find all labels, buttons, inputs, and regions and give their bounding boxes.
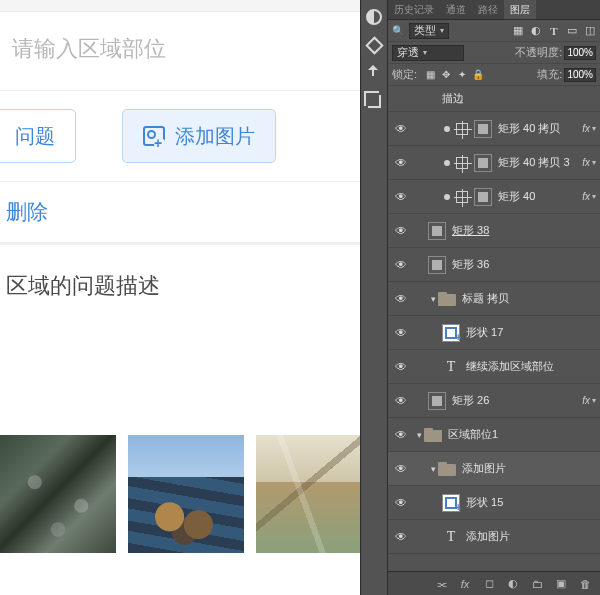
fx-icon[interactable]: fx xyxy=(458,577,472,591)
adjustment-icon[interactable]: ◐ xyxy=(506,577,520,591)
desc-heading-text: 区域的问题描述 xyxy=(6,273,160,298)
delete-link-label: 删除 xyxy=(6,200,48,223)
filter-text-icon[interactable]: T xyxy=(548,25,560,37)
tab-layers[interactable]: 图层 xyxy=(504,0,536,19)
folder-thumb-icon xyxy=(438,462,456,476)
layer-row[interactable]: 👁矩形 40fx▾ xyxy=(388,180,600,214)
mask-icon[interactable]: ◻ xyxy=(482,577,496,591)
clip-target-icon xyxy=(456,157,468,169)
filter-smart-icon[interactable]: ◫ xyxy=(584,25,596,37)
lock-position-icon[interactable]: ✥ xyxy=(440,69,452,81)
blend-mode-select[interactable]: 穿透 ▾ xyxy=(392,45,464,61)
image-thumbnail[interactable] xyxy=(256,435,372,553)
lock-row: 锁定: ▦ ✥ ✦ 🔒 填充: 100% xyxy=(388,64,600,86)
layer-group-row[interactable]: 👁▾添加图片 xyxy=(388,452,600,486)
tab-channels[interactable]: 通道 xyxy=(440,0,472,19)
layer-name: 形状 17 xyxy=(466,325,596,340)
fx-badge[interactable]: fx xyxy=(582,191,590,202)
clip-target-icon xyxy=(456,191,468,203)
mobile-mockup: 请输入区域部位 问题 添加图片 删除 区域的问题描述 xyxy=(0,0,360,595)
layer-row[interactable]: 👁矩形 36 xyxy=(388,248,600,282)
layer-row[interactable]: 👁矩形 40 拷贝fx▾ xyxy=(388,112,600,146)
layer-filter-row: 🔍 类型 ▾ ▦ ◐ T ▭ ◫ xyxy=(388,20,600,42)
problem-button[interactable]: 问题 xyxy=(0,109,76,163)
chevron-down-icon[interactable]: ▾ xyxy=(592,192,596,201)
trash-icon[interactable]: 🗑 xyxy=(578,577,592,591)
crop-icon[interactable] xyxy=(363,90,385,112)
link-dot-icon xyxy=(444,160,450,166)
search-icon[interactable]: 🔍 xyxy=(392,25,404,36)
fold-toggle-icon[interactable]: ▾ xyxy=(428,464,438,474)
visibility-eye-icon[interactable]: 👁 xyxy=(388,462,414,476)
filter-type-icons: ▦ ◐ T ▭ ◫ xyxy=(512,25,596,37)
visibility-eye-icon[interactable]: 👁 xyxy=(388,292,414,306)
image-thumbnail[interactable] xyxy=(0,435,116,553)
filter-pixel-icon[interactable]: ▦ xyxy=(512,25,524,37)
layer-row[interactable]: 👁T添加图片 xyxy=(388,520,600,554)
group-icon[interactable]: 🗀 xyxy=(530,577,544,591)
fold-toggle-icon[interactable]: ▾ xyxy=(428,294,438,304)
filter-adjust-icon[interactable]: ◐ xyxy=(530,25,542,37)
visibility-eye-icon[interactable]: 👁 xyxy=(388,530,414,544)
rotate-color-icon[interactable] xyxy=(363,34,385,56)
visibility-eye-icon[interactable]: 👁 xyxy=(388,258,414,272)
opacity-label: 不透明度: xyxy=(515,45,562,60)
blend-mode-row: 穿透 ▾ 不透明度: 100% xyxy=(388,42,600,64)
visibility-eye-icon[interactable]: 👁 xyxy=(388,224,414,238)
lock-label: 锁定: xyxy=(392,67,417,82)
layer-row[interactable]: 👁形状 17 xyxy=(388,316,600,350)
delete-link[interactable]: 删除 xyxy=(0,182,360,243)
layer-group-row[interactable]: 👁▾区域部位1 xyxy=(388,418,600,452)
layer-name: 继续添加区域部位 xyxy=(466,359,596,374)
folder-thumb-icon xyxy=(424,428,442,442)
add-image-button[interactable]: 添加图片 xyxy=(122,109,276,163)
lock-pixels-icon[interactable]: ▦ xyxy=(424,69,436,81)
icon-img-thumb-icon xyxy=(442,494,460,512)
visibility-eye-icon[interactable]: 👁 xyxy=(388,496,414,510)
layer-row[interactable]: 描边 xyxy=(388,86,600,112)
lock-all-icon[interactable]: 🔒 xyxy=(472,69,484,81)
visibility-eye-icon[interactable]: 👁 xyxy=(388,190,414,204)
image-thumbnail[interactable] xyxy=(128,435,244,553)
fill-value[interactable]: 100% xyxy=(564,68,596,82)
visibility-eye-icon[interactable]: 👁 xyxy=(388,428,414,442)
layer-row[interactable]: 👁矩形 40 拷贝 3fx▾ xyxy=(388,146,600,180)
layer-name: 添加图片 xyxy=(462,461,596,476)
chevron-down-icon[interactable]: ▾ xyxy=(592,396,596,405)
clip-target-icon xyxy=(456,123,468,135)
visibility-eye-icon[interactable]: 👁 xyxy=(388,122,414,136)
link-layers-icon[interactable]: ⫘ xyxy=(434,577,448,591)
visibility-eye-icon[interactable]: 👁 xyxy=(388,360,414,374)
layer-row[interactable]: 👁矩形 38 xyxy=(388,214,600,248)
chevron-down-icon[interactable]: ▾ xyxy=(592,124,596,133)
shape-thumb-icon xyxy=(474,120,492,138)
chevron-down-icon[interactable]: ▾ xyxy=(592,158,596,167)
filter-kind-select[interactable]: 类型 ▾ xyxy=(409,23,449,39)
fx-badge[interactable]: fx xyxy=(582,123,590,134)
fx-badge[interactable]: fx xyxy=(582,157,590,168)
filter-shape-icon[interactable]: ▭ xyxy=(566,25,578,37)
layer-row[interactable]: 👁T继续添加区域部位 xyxy=(388,350,600,384)
visibility-eye-icon[interactable]: 👁 xyxy=(388,156,414,170)
bw-circle-icon[interactable] xyxy=(363,6,385,28)
layer-row[interactable]: 👁矩形 26fx▾ xyxy=(388,384,600,418)
move-arrow-icon[interactable] xyxy=(363,62,385,84)
layer-name: 矩形 40 xyxy=(498,189,582,204)
layer-group-row[interactable]: 👁▾标题 拷贝 xyxy=(388,282,600,316)
region-input-row[interactable]: 请输入区域部位 xyxy=(0,12,360,91)
visibility-eye-icon[interactable]: 👁 xyxy=(388,326,414,340)
layer-row[interactable]: 👁形状 15 xyxy=(388,486,600,520)
visibility-eye-icon[interactable]: 👁 xyxy=(388,394,414,408)
fold-toggle-icon[interactable]: ▾ xyxy=(414,430,424,440)
layer-name: 矩形 26 xyxy=(452,393,582,408)
lock-artboard-icon[interactable]: ✦ xyxy=(456,69,468,81)
fx-badge[interactable]: fx xyxy=(582,395,590,406)
opacity-value[interactable]: 100% xyxy=(564,46,596,60)
tab-paths[interactable]: 路径 xyxy=(472,0,504,19)
ps-side-toolbar xyxy=(360,0,388,595)
shape-thumb-icon xyxy=(474,188,492,206)
shape-thumb-icon xyxy=(474,154,492,172)
tab-history[interactable]: 历史记录 xyxy=(388,0,440,19)
new-layer-icon[interactable]: ▣ xyxy=(554,577,568,591)
text-thumb-icon: T xyxy=(442,528,460,546)
